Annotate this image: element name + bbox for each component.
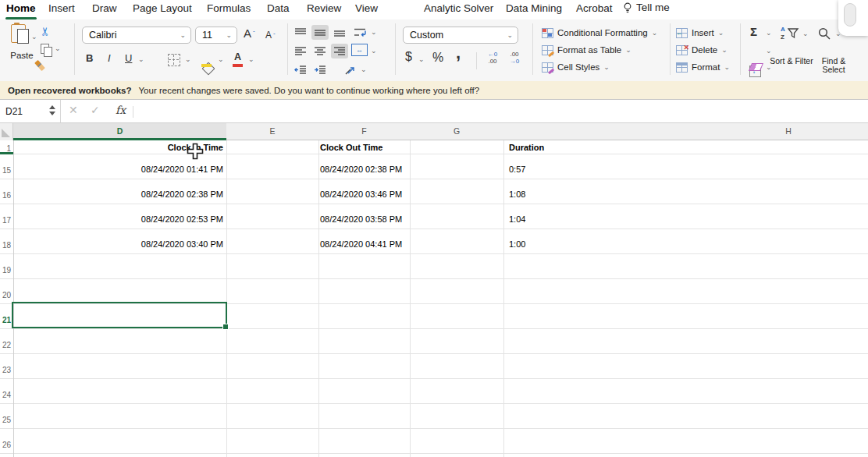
borders-icon[interactable]	[168, 54, 180, 66]
wrap-text-chevron[interactable]	[371, 29, 377, 36]
cancel-entry-icon[interactable]: ✕	[69, 104, 78, 116]
row-header-17[interactable]: 17	[0, 204, 12, 229]
font-color-chevron[interactable]	[248, 56, 254, 63]
cell-d17[interactable]: 08/24/2020 02:53 PM	[13, 204, 225, 229]
align-bottom-button[interactable]	[331, 25, 348, 40]
align-center-button[interactable]	[311, 44, 329, 58]
row-header-23[interactable]: 23	[0, 354, 12, 379]
align-right-button[interactable]	[331, 44, 348, 58]
tab-data[interactable]: Data	[267, 2, 290, 14]
tell-me[interactable]: Tell me	[623, 2, 670, 13]
currency-button[interactable]: $	[405, 50, 412, 64]
cell-h16[interactable]: 1:08	[503, 179, 660, 204]
conditional-formatting-button[interactable]: Conditional Formatting	[542, 26, 657, 40]
format-cells-button[interactable]: Format	[676, 60, 730, 74]
cell-f17[interactable]: 08/24/2020 03:58 PM	[318, 204, 443, 229]
cut-icon[interactable]	[38, 27, 52, 37]
merge-chevron[interactable]	[371, 48, 377, 55]
increase-font-size-button[interactable]: Aˆ	[244, 27, 255, 40]
row-header-20[interactable]: 20	[0, 279, 12, 304]
wrap-text-button[interactable]	[351, 25, 368, 40]
decrease-font-size-button[interactable]: Aˇ	[265, 30, 276, 41]
number-format-select[interactable]: Custom	[403, 27, 518, 44]
row-header-24[interactable]: 24	[0, 379, 12, 404]
orientation-button[interactable]	[342, 62, 359, 77]
decrease-decimal-button[interactable]: .00 →0	[505, 51, 524, 65]
tab-analytic-solver[interactable]: Analytic Solver	[424, 2, 493, 14]
orientation-chevron[interactable]	[361, 66, 367, 73]
row-header-25[interactable]: 25	[0, 404, 12, 429]
row-header-26[interactable]: 26	[0, 429, 12, 454]
cell-h15[interactable]: 0:57	[503, 154, 660, 179]
increase-decimal-button[interactable]: ←0 .00	[483, 51, 502, 65]
bold-button[interactable]: B	[86, 52, 93, 64]
tab-draw[interactable]: Draw	[92, 2, 117, 14]
italic-button[interactable]: I	[108, 52, 111, 64]
align-top-button[interactable]	[292, 25, 309, 40]
formula-input[interactable]	[137, 100, 868, 122]
tab-insert[interactable]: Insert	[48, 2, 75, 14]
currency-chevron[interactable]	[418, 56, 425, 63]
cell-d18[interactable]: 08/24/2020 03:40 PM	[13, 229, 225, 254]
format-as-table-icon	[542, 45, 553, 55]
cell-f18[interactable]: 08/24/2020 04:41 PM	[318, 229, 443, 254]
paste-chevron[interactable]	[31, 34, 37, 41]
cell-f15[interactable]: 08/24/2020 02:38 PM	[318, 154, 443, 179]
column-header-f[interactable]: F	[318, 126, 410, 136]
row-header-16[interactable]: 16	[0, 179, 12, 204]
tab-view[interactable]: View	[355, 2, 378, 14]
cell-styles-button[interactable]: Cell Styles	[542, 60, 610, 74]
insert-function-button[interactable]: fx	[116, 104, 126, 116]
copy-chevron[interactable]	[55, 45, 61, 52]
format-painter-icon[interactable]	[34, 60, 45, 71]
font-color-button[interactable]: A	[234, 51, 241, 62]
tab-data-mining[interactable]: Data Mining	[506, 2, 562, 14]
delete-cells-button[interactable]: Delete	[676, 43, 727, 57]
underline-button[interactable]: U	[125, 52, 132, 64]
merge-center-button[interactable]: ↔	[351, 44, 368, 56]
tab-formulas[interactable]: Formulas	[207, 2, 251, 14]
cell-f1-clock-out-header[interactable]: Clock Out Time	[318, 140, 443, 154]
increase-indent-button[interactable]	[311, 62, 329, 77]
row-header-22[interactable]: 22	[0, 329, 12, 354]
borders-chevron[interactable]	[185, 56, 191, 63]
underline-chevron[interactable]	[138, 56, 144, 63]
cell-d16[interactable]: 08/24/2020 02:38 PM	[13, 179, 225, 204]
format-as-table-button[interactable]: Format as Table	[542, 43, 631, 57]
tab-page-layout[interactable]: Page Layout	[133, 2, 192, 14]
row-header-15[interactable]: 15	[0, 154, 12, 179]
font-name-select[interactable]: Calibri	[82, 27, 191, 44]
font-size-select[interactable]: 11	[195, 27, 237, 44]
name-box-stepper[interactable]	[49, 105, 55, 115]
cell-f16[interactable]: 08/24/2020 03:46 PM	[318, 179, 443, 204]
scrollbar-thumb[interactable]	[844, 3, 856, 27]
row-header-19[interactable]: 19	[0, 254, 12, 279]
cell-h18[interactable]: 1:00	[503, 229, 660, 254]
copy-icon[interactable]	[41, 44, 49, 54]
select-all-corner[interactable]	[0, 123, 13, 140]
column-header-e[interactable]: E	[226, 126, 318, 136]
clear-icon[interactable]	[749, 63, 763, 71]
align-left-button[interactable]	[292, 44, 309, 58]
autosum-button[interactable]: Σ	[750, 25, 757, 38]
insert-cells-button[interactable]: Insert	[676, 26, 724, 40]
cell-h1-duration-header[interactable]: Duration	[503, 140, 660, 154]
column-header-h[interactable]: H	[687, 126, 868, 136]
decrease-indent-button[interactable]	[292, 62, 309, 77]
percent-button[interactable]: %	[432, 51, 443, 65]
cell-h17[interactable]: 1:04	[503, 204, 660, 229]
fill-color-chevron[interactable]	[218, 56, 224, 63]
confirm-entry-icon[interactable]: ✓	[91, 104, 100, 116]
column-header-d-selected[interactable]: D	[13, 123, 226, 140]
align-middle-button[interactable]	[311, 25, 329, 40]
tab-acrobat[interactable]: Acrobat	[576, 2, 613, 14]
column-header-g[interactable]: G	[410, 126, 503, 136]
row-header-21-selected[interactable]: 21	[0, 304, 12, 329]
comma-button[interactable]: ,	[456, 43, 461, 63]
tab-home[interactable]: Home	[6, 2, 36, 14]
cell-styles-icon	[542, 62, 553, 73]
row-header-18[interactable]: 18	[0, 229, 12, 254]
tab-review[interactable]: Review	[307, 2, 341, 14]
autosum-chevron[interactable]	[766, 30, 772, 37]
fill-down-chevron[interactable]	[766, 48, 772, 55]
